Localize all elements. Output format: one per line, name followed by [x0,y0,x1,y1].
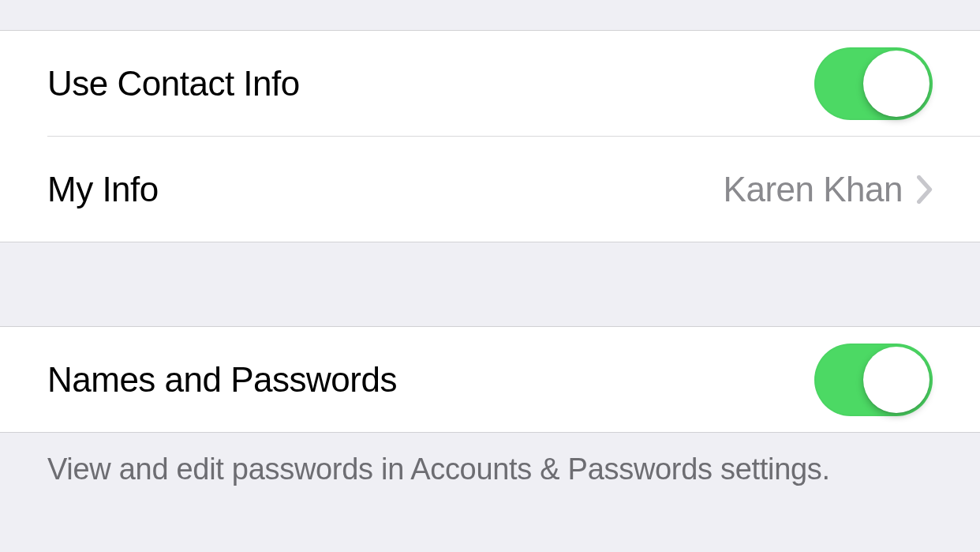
row-my-info[interactable]: My Info Karen Khan [0,137,980,242]
toggle-knob [863,51,930,117]
footer-text: View and edit passwords in Accounts & Pa… [0,433,980,489]
row-use-contact-info: Use Contact Info [0,31,980,136]
section-contact-info: Use Contact Info My Info Karen Khan [0,30,980,242]
toggle-knob [863,347,930,413]
spacer-top [0,0,980,30]
chevron-right-icon [917,175,933,204]
spacer-mid [0,242,980,326]
my-info-value: Karen Khan [724,170,903,209]
names-passwords-label: Names and Passwords [47,360,397,400]
names-passwords-toggle[interactable] [814,344,933,416]
use-contact-info-toggle[interactable] [814,47,933,120]
row-right: Karen Khan [724,170,933,209]
row-names-passwords: Names and Passwords [0,327,980,432]
section-names-passwords: Names and Passwords [0,326,980,433]
my-info-label: My Info [47,170,159,209]
use-contact-info-label: Use Contact Info [47,64,300,103]
